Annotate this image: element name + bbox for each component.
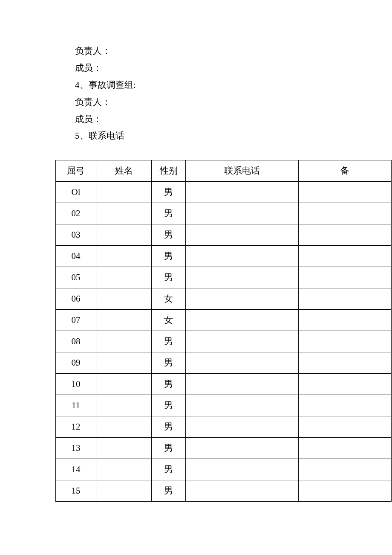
cell-sex: 男 bbox=[152, 416, 186, 438]
cell-name bbox=[96, 374, 152, 395]
cell-name bbox=[96, 352, 152, 374]
cell-note bbox=[299, 224, 392, 246]
cell-note bbox=[299, 182, 392, 203]
cell-phone bbox=[186, 288, 299, 310]
cell-phone bbox=[186, 438, 299, 459]
cell-note bbox=[299, 416, 392, 438]
header-phone: 联系电话 bbox=[186, 160, 299, 182]
cell-name bbox=[96, 416, 152, 438]
cell-phone bbox=[186, 352, 299, 374]
text-line: 负责人： bbox=[75, 43, 392, 60]
cell-name bbox=[96, 203, 152, 224]
cell-sex: 男 bbox=[152, 203, 186, 224]
table-row: Ol男 bbox=[56, 182, 392, 203]
cell-sex: 男 bbox=[152, 224, 186, 246]
cell-name bbox=[96, 182, 152, 203]
cell-note bbox=[299, 459, 392, 480]
header-note: 备 bbox=[299, 160, 392, 182]
header-name: 姓名 bbox=[96, 160, 152, 182]
cell-sex: 男 bbox=[152, 246, 186, 267]
cell-sex: 女 bbox=[152, 288, 186, 310]
table-body: Ol男02男03男04男05男06女07女08男09男10男11男12男13男1… bbox=[56, 182, 392, 502]
cell-idx: 15 bbox=[56, 480, 96, 502]
table-row: 02男 bbox=[56, 203, 392, 224]
table-row: 08男 bbox=[56, 331, 392, 352]
cell-sex: 女 bbox=[152, 310, 186, 331]
cell-note bbox=[299, 310, 392, 331]
cell-name bbox=[96, 480, 152, 502]
cell-phone bbox=[186, 480, 299, 502]
cell-sex: 男 bbox=[152, 459, 186, 480]
cell-phone bbox=[186, 224, 299, 246]
cell-idx: 04 bbox=[56, 246, 96, 267]
cell-phone bbox=[186, 182, 299, 203]
cell-sex: 男 bbox=[152, 374, 186, 395]
cell-phone bbox=[186, 267, 299, 288]
cell-note bbox=[299, 267, 392, 288]
text-line: 成员： bbox=[75, 111, 392, 128]
cell-idx: 12 bbox=[56, 416, 96, 438]
cell-name bbox=[96, 267, 152, 288]
table-row: 12男 bbox=[56, 416, 392, 438]
cell-note bbox=[299, 331, 392, 352]
cell-idx: 13 bbox=[56, 438, 96, 459]
cell-phone bbox=[186, 203, 299, 224]
cell-name bbox=[96, 310, 152, 331]
cell-idx: 11 bbox=[56, 395, 96, 416]
cell-name bbox=[96, 438, 152, 459]
table-row: 13男 bbox=[56, 438, 392, 459]
cell-phone bbox=[186, 310, 299, 331]
cell-idx: 09 bbox=[56, 352, 96, 374]
cell-sex: 男 bbox=[152, 352, 186, 374]
cell-note bbox=[299, 438, 392, 459]
cell-note bbox=[299, 352, 392, 374]
cell-sex: 男 bbox=[152, 331, 186, 352]
table-row: 04男 bbox=[56, 246, 392, 267]
header-index: 屈弓 bbox=[56, 160, 96, 182]
cell-phone bbox=[186, 331, 299, 352]
cell-name bbox=[96, 459, 152, 480]
table-row: 06女 bbox=[56, 288, 392, 310]
cell-idx: 06 bbox=[56, 288, 96, 310]
cell-name bbox=[96, 395, 152, 416]
cell-name bbox=[96, 224, 152, 246]
cell-sex: 男 bbox=[152, 480, 186, 502]
cell-sex: 男 bbox=[152, 182, 186, 203]
cell-name bbox=[96, 331, 152, 352]
cell-phone bbox=[186, 246, 299, 267]
cell-note bbox=[299, 480, 392, 502]
table-row: 11男 bbox=[56, 395, 392, 416]
table-row: 10男 bbox=[56, 374, 392, 395]
table-row: 07女 bbox=[56, 310, 392, 331]
header-sex: 性别 bbox=[152, 160, 186, 182]
cell-name bbox=[96, 288, 152, 310]
cell-note bbox=[299, 246, 392, 267]
cell-idx: 05 bbox=[56, 267, 96, 288]
contact-table: 屈弓 姓名 性别 联系电话 备 Ol男02男03男04男05男06女07女08男… bbox=[55, 160, 392, 502]
table-row: 05男 bbox=[56, 267, 392, 288]
table-row: 03男 bbox=[56, 224, 392, 246]
cell-idx: 10 bbox=[56, 374, 96, 395]
cell-phone bbox=[186, 374, 299, 395]
cell-phone bbox=[186, 459, 299, 480]
cell-idx: 02 bbox=[56, 203, 96, 224]
table-row: 14男 bbox=[56, 459, 392, 480]
cell-sex: 男 bbox=[152, 267, 186, 288]
cell-note bbox=[299, 374, 392, 395]
cell-note bbox=[299, 203, 392, 224]
text-line: 5、联系电话 bbox=[75, 128, 392, 145]
cell-phone bbox=[186, 416, 299, 438]
cell-idx: 08 bbox=[56, 331, 96, 352]
cell-note bbox=[299, 395, 392, 416]
cell-sex: 男 bbox=[152, 438, 186, 459]
cell-name bbox=[96, 246, 152, 267]
table-header-row: 屈弓 姓名 性别 联系电话 备 bbox=[56, 160, 392, 182]
text-line: 4、事故调查组: bbox=[75, 77, 392, 94]
cell-note bbox=[299, 288, 392, 310]
table-row: 09男 bbox=[56, 352, 392, 374]
cell-phone bbox=[186, 395, 299, 416]
text-line: 负责人： bbox=[75, 94, 392, 111]
table-row: 15男 bbox=[56, 480, 392, 502]
document-page: 负责人： 成员： 4、事故调查组: 负责人： 成员： 5、联系电话 屈弓 姓名 … bbox=[0, 0, 392, 502]
text-block: 负责人： 成员： 4、事故调查组: 负责人： 成员： 5、联系电话 bbox=[75, 43, 392, 145]
